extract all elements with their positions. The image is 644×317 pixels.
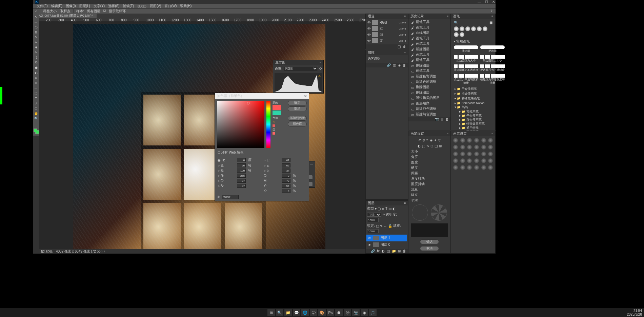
brush-tip[interactable] [467, 152, 472, 156]
tool-5[interactable]: ✂ [34, 40, 38, 44]
zoom-level[interactable]: 52.80% [41, 250, 53, 254]
brush-param[interactable]: 大小 [410, 149, 449, 154]
menu-edit[interactable]: 编辑(E) [51, 4, 62, 8]
brush-tip[interactable] [453, 152, 458, 156]
tool-11[interactable]: ◐ [34, 71, 38, 75]
menu-image[interactable]: 图像(I) [66, 4, 76, 8]
delete-icon[interactable]: 🗑 [403, 45, 406, 48]
taskbar-app-1[interactable]: 🔍 [276, 309, 283, 316]
panel-menu-icon[interactable]: ≡ [404, 51, 406, 54]
ok-button[interactable]: 确定 [288, 101, 307, 105]
history-step[interactable]: ▭新建纯色调整 [409, 112, 450, 117]
tool-17[interactable]: ↗ [34, 101, 38, 105]
l-input[interactable] [282, 158, 290, 162]
channel-row[interactable]: 👁绿Ctrl+4 [366, 32, 407, 38]
brush-stroke[interactable]: 硬边压力不透明度和流量 [480, 74, 505, 85]
brush-tip[interactable] [474, 165, 479, 170]
brush-param[interactable]: 圆度 [410, 160, 449, 165]
history-step[interactable]: ▭新建色彩调整 [409, 74, 450, 79]
taskbar-app-10[interactable]: 📷 [352, 309, 360, 316]
brush-tip[interactable] [488, 145, 493, 150]
brush-subfolder[interactable]: ▸ 📁 干介质画笔 [455, 114, 492, 118]
visibility-icon[interactable]: 👁 [368, 243, 371, 247]
taskbar-app-3[interactable]: 💬 [293, 309, 300, 316]
brush-tip[interactable] [453, 158, 458, 163]
brush-stroke[interactable]: 硬边圆 [480, 45, 505, 53]
taskbar-app-11[interactable]: ◉ [361, 309, 368, 316]
menu-file[interactable]: 文件(F) [37, 4, 48, 8]
brush-tip[interactable] [481, 138, 486, 143]
color-field[interactable] [217, 101, 264, 148]
history-step[interactable]: 🖌画笔工具 [409, 19, 450, 25]
history-step[interactable]: 🖌画笔工具 [409, 41, 450, 46]
brush-tip[interactable] [460, 138, 465, 143]
brush-subfolder[interactable]: ▸ 📁 特殊效果画笔 [455, 122, 492, 126]
tool-12[interactable]: ⌑ [34, 76, 38, 80]
visibility-icon[interactable]: 👁 [367, 39, 371, 43]
menu-layer[interactable]: 图层(L) [79, 4, 90, 8]
taskbar-app-5[interactable]: Ⓒ [310, 309, 317, 316]
tool-20[interactable]: 🔍 [34, 116, 38, 121]
tool-16[interactable]: T [34, 96, 38, 100]
cancel-button[interactable]: 取消 [420, 246, 439, 251]
opt-ring[interactable]: 显示取样环 [109, 9, 126, 14]
tool-18[interactable]: ▢ [34, 106, 38, 111]
opt-val2[interactable]: 所有图层 [87, 9, 100, 14]
brush-stroke[interactable]: 柔边圆压力大小 [454, 55, 478, 62]
brush-tip[interactable] [481, 145, 486, 150]
brush-stroke[interactable]: 柔边圆 [454, 45, 478, 53]
blend-mode-select[interactable]: 正常 [367, 213, 381, 217]
opacity-input[interactable] [367, 218, 379, 222]
brush-param[interactable]: 硬度 [410, 165, 449, 171]
visibility-icon[interactable]: 👁 [367, 33, 371, 37]
brush-subfolder[interactable]: ▸ 📁 湿介质画笔 [455, 118, 492, 122]
a-input[interactable] [282, 163, 290, 167]
s-input[interactable] [237, 163, 246, 167]
brush-tip[interactable] [460, 158, 465, 163]
brush-tip[interactable] [460, 145, 465, 150]
history-step[interactable]: 🖌新建图层 [409, 46, 450, 52]
brush-param[interactable]: 角度抖动 [410, 176, 449, 181]
add-swatch-button[interactable]: 添加到色板 [288, 116, 307, 121]
tool-13[interactable]: ✏ [34, 81, 38, 85]
tool-8[interactable]: ⟆ [34, 55, 38, 60]
color-picker-dialog[interactable]: 拾色器（前景色） ✕ 新的 当前 ⚠ ⊡ 确定 取消 添加到色板 颜色库 [215, 93, 309, 201]
brush-tip[interactable] [460, 165, 465, 170]
tool-21[interactable]: ⋯ [34, 121, 38, 126]
tool-3[interactable]: ⊞ [34, 30, 38, 34]
panel-menu-icon[interactable]: ≡ [447, 15, 448, 18]
taskbar-app-0[interactable]: ⊞ [267, 309, 275, 316]
bv-input[interactable] [237, 169, 246, 173]
menu-help[interactable]: 帮助(H) [180, 4, 192, 8]
h-input[interactable] [237, 158, 246, 162]
panel-menu-icon[interactable]: ≡ [447, 132, 448, 135]
brush-folder[interactable]: 📁 特殊效果画笔 [455, 96, 492, 101]
b-input[interactable] [282, 169, 290, 173]
m-input[interactable] [282, 179, 290, 183]
brush-preset[interactable] [460, 26, 464, 31]
tool-7[interactable]: ✎ [34, 50, 38, 55]
visibility-icon[interactable]: 👁 [367, 27, 371, 31]
r-input[interactable] [237, 174, 246, 178]
tool-1[interactable]: ▭ [34, 20, 38, 24]
k-input[interactable] [282, 189, 290, 193]
brush-stroke[interactable]: 柔边压力不透明度和流量 [454, 74, 478, 85]
taskbar-app-7[interactable]: Ps [327, 309, 334, 316]
document-tab[interactable]: QAQ_0677.jpg @ 52.8% (图层 1, RGB/8#) * [33, 13, 97, 19]
warning-icon[interactable]: ⚠ [318, 74, 321, 78]
brush-tip[interactable] [488, 152, 493, 156]
confirm-button[interactable]: 确认 [420, 239, 439, 244]
tool-0[interactable]: ↖ [34, 15, 38, 19]
history-step[interactable]: 🖌画笔工具 [409, 36, 450, 41]
brush-preset[interactable] [460, 32, 464, 37]
brush-tip[interactable] [481, 152, 486, 156]
c-input[interactable] [282, 174, 290, 178]
websafe-icon[interactable]: ⊡ [273, 128, 281, 131]
brush-folder[interactable]: 📁 干介质画笔 [455, 87, 492, 92]
link-icon[interactable]: 🔗 [387, 63, 391, 67]
tool-6[interactable]: ✱ [34, 45, 38, 49]
taskbar-app-9[interactable]: ⓦ [344, 309, 351, 316]
tool-14[interactable]: ▭ [34, 86, 38, 90]
brush-tip[interactable] [474, 152, 479, 156]
home-icon[interactable]: ⌂ [35, 9, 37, 13]
